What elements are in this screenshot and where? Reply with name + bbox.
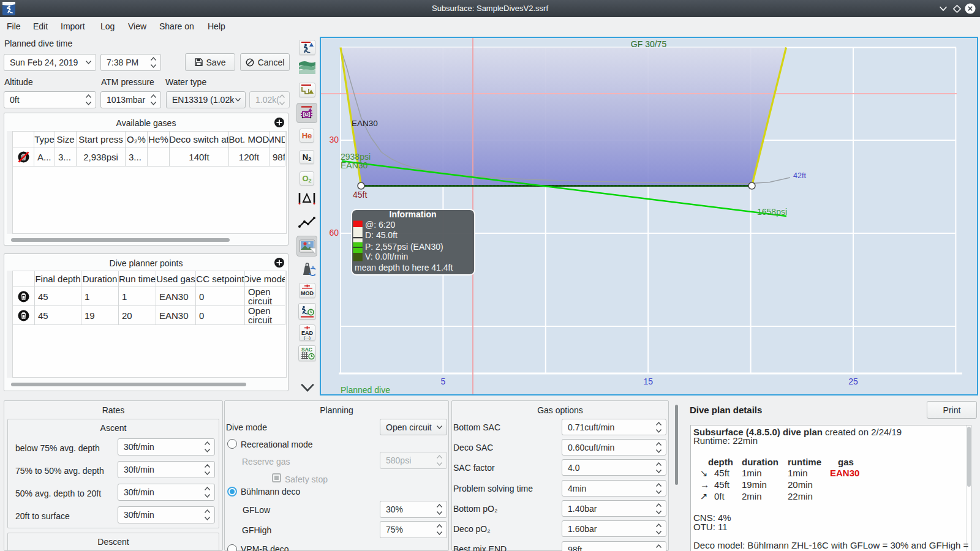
svg-text:1658psi: 1658psi: [757, 207, 787, 217]
svg-text:42ft: 42ft: [793, 171, 806, 180]
svg-text:@: 6:20: @: 6:20: [365, 220, 395, 230]
svg-text:30: 30: [329, 135, 339, 144]
svg-text:60: 60: [329, 228, 339, 238]
svg-text:5: 5: [441, 377, 446, 386]
svg-text:Information: Information: [390, 209, 437, 219]
svg-text:EAN30: EAN30: [352, 119, 378, 128]
svg-text:V: 0.0ft/min: V: 0.0ft/min: [365, 252, 408, 261]
svg-text:25: 25: [848, 377, 858, 386]
svg-text:15: 15: [643, 377, 653, 386]
svg-text:EAN30: EAN30: [341, 160, 368, 170]
svg-text:mean depth to here 41.4ft: mean depth to here 41.4ft: [355, 263, 453, 272]
svg-text:Planned dive: Planned dive: [341, 385, 390, 395]
svg-text:MOD: MOD: [301, 290, 314, 296]
svg-text:(...): (...): [304, 335, 311, 340]
svg-text:P: 2,557psi (EAN30): P: 2,557psi (EAN30): [365, 242, 443, 252]
svg-text:45ft: 45ft: [353, 190, 367, 200]
svg-text:D: 45.0ft: D: 45.0ft: [365, 230, 398, 240]
svg-text:GF 30/75: GF 30/75: [631, 39, 667, 49]
svg-text:SAC: SAC: [301, 347, 312, 353]
